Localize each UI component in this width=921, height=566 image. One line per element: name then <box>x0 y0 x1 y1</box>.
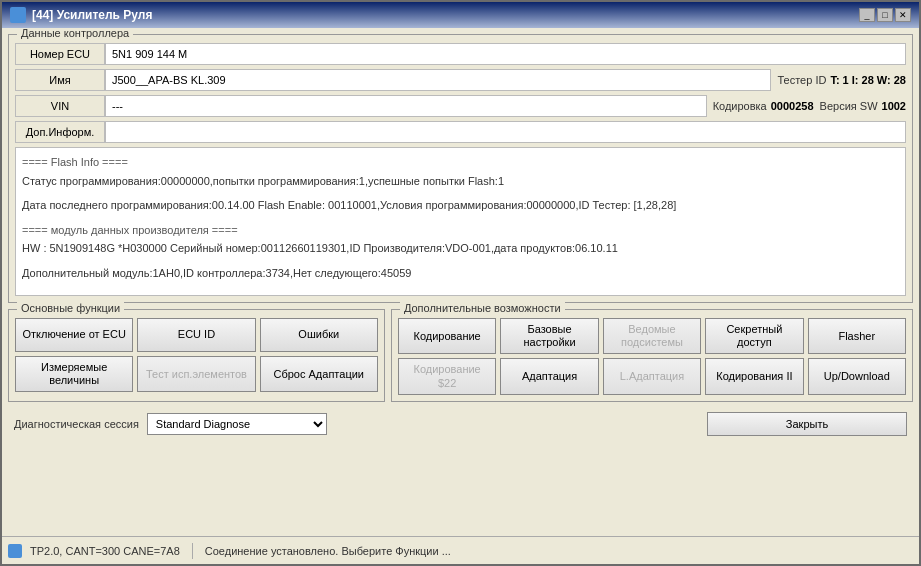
statusbar: TP2.0, CANT=300 CANE=7A8 Соединение уста… <box>2 536 919 564</box>
basic-buttons-grid: Отключение от ECU ECU ID Ошибки Измеряем… <box>15 318 378 392</box>
extra-functions-group: Дополнительные возможности Кодирование Б… <box>391 309 913 402</box>
extra-functions-title: Дополнительные возможности <box>400 302 565 314</box>
titlebar: [44] Усилитель Руля _ □ ✕ <box>2 2 919 28</box>
window-title: [44] Усилитель Руля <box>32 8 152 22</box>
disconnect-button[interactable]: Отключение от ECU <box>15 318 133 352</box>
coding-2-button[interactable]: Кодирования II <box>705 358 803 394</box>
sw-version-label: Версия SW <box>820 100 878 112</box>
ecu-label: Номер ECU <box>15 43 105 65</box>
name-label: Имя <box>15 69 105 91</box>
sw-version-value: 1002 <box>882 100 906 112</box>
basic-settings-button[interactable]: Базовые настройки <box>500 318 598 354</box>
flash-line-3: HW : 5N1909148G *H030000 Серийный номер:… <box>22 240 899 257</box>
adaptation-button[interactable]: Адаптация <box>500 358 598 394</box>
coding-22-button: Кодирование $22 <box>398 358 496 394</box>
vin-value: --- <box>105 95 707 117</box>
test-elements-button: Тест исп.элементов <box>137 356 255 392</box>
status-icon <box>8 544 22 558</box>
session-row: Диагностическая сессия Standard Diagnose… <box>8 408 913 440</box>
slave-subsystems-button: Ведомые подсистемы <box>603 318 701 354</box>
ecu-row: Номер ECU 5N1 909 144 M <box>15 43 906 65</box>
name-value: J500__APA-BS KL.309 <box>105 69 771 91</box>
ecu-value: 5N1 909 144 M <box>105 43 906 65</box>
maximize-button[interactable]: □ <box>877 8 893 22</box>
flash-info-box: ==== Flash Info ==== Статус программиров… <box>15 147 906 296</box>
up-download-button[interactable]: Up/Download <box>808 358 906 394</box>
close-session-button[interactable]: Закрыть <box>707 412 907 436</box>
controller-data-title: Данные контроллера <box>17 28 133 39</box>
titlebar-controls[interactable]: _ □ ✕ <box>859 8 911 22</box>
errors-button[interactable]: Ошибки <box>260 318 378 352</box>
main-content: Данные контроллера Номер ECU 5N1 909 144… <box>2 28 919 536</box>
coding-value: 0000258 <box>771 100 814 112</box>
status-text: Соединение установлено. Выберите Функции… <box>205 545 451 557</box>
name-row: Имя J500__APA-BS KL.309 Тестер ID T: 1 I… <box>15 69 906 91</box>
session-select[interactable]: Standard Diagnose Extended Diagnose <box>147 413 327 435</box>
extra-buttons-row1: Кодирование Базовые настройки Ведомые по… <box>398 318 906 354</box>
additional-info-label: Доп.Информ. <box>15 121 105 143</box>
coding-label: Кодировка <box>713 100 767 112</box>
flash-line-2: Дата последнего программирования:00.14.0… <box>22 197 899 214</box>
bottom-section: Основные функции Отключение от ECU ECU I… <box>8 309 913 402</box>
measured-values-button[interactable]: Измеряемые величины <box>15 356 133 392</box>
window-icon <box>10 7 26 23</box>
flash-header-2: ==== модуль данных производителя ==== <box>22 222 899 239</box>
flash-line-1: Статус программирования:00000000,попытки… <box>22 173 899 190</box>
secret-access-button[interactable]: Секретный доступ <box>705 318 803 354</box>
status-separator <box>192 543 193 559</box>
additional-info-value <box>105 121 906 143</box>
additional-info-row: Доп.Информ. <box>15 121 906 143</box>
reset-adaptation-button[interactable]: Сброс Адаптации <box>260 356 378 392</box>
flasher-button[interactable]: Flasher <box>808 318 906 354</box>
minimize-button[interactable]: _ <box>859 8 875 22</box>
l-adaptation-button: L.Адаптация <box>603 358 701 394</box>
vin-row: VIN --- Кодировка 0000258 Версия SW 1002 <box>15 95 906 117</box>
tester-id-value: T: 1 I: 28 W: 28 <box>830 74 906 86</box>
extra-buttons-container: Кодирование Базовые настройки Ведомые по… <box>398 318 906 395</box>
flash-line-4: Дополнительный модуль:1АН0,ID контроллер… <box>22 265 899 282</box>
ecu-id-button[interactable]: ECU ID <box>137 318 255 352</box>
connection-info: TP2.0, CANT=300 CANE=7A8 <box>30 545 180 557</box>
basic-functions-title: Основные функции <box>17 302 124 314</box>
basic-functions-group: Основные функции Отключение от ECU ECU I… <box>8 309 385 402</box>
controller-data-group: Данные контроллера Номер ECU 5N1 909 144… <box>8 34 913 303</box>
coding-group: Кодировка 0000258 <box>713 100 814 112</box>
tester-id-label: Тестер ID <box>777 74 826 86</box>
sw-version-group: Версия SW 1002 <box>820 100 906 112</box>
coding-button[interactable]: Кодирование <box>398 318 496 354</box>
close-button[interactable]: ✕ <box>895 8 911 22</box>
titlebar-left: [44] Усилитель Руля <box>10 7 152 23</box>
tester-id-group: Тестер ID T: 1 I: 28 W: 28 <box>777 74 906 86</box>
flash-header-1: ==== Flash Info ==== <box>22 154 899 171</box>
extra-buttons-row2: Кодирование $22 Адаптация L.Адаптация Ко… <box>398 358 906 394</box>
session-label: Диагностическая сессия <box>14 418 139 430</box>
vin-label: VIN <box>15 95 105 117</box>
main-window: [44] Усилитель Руля _ □ ✕ Данные контрол… <box>0 0 921 566</box>
